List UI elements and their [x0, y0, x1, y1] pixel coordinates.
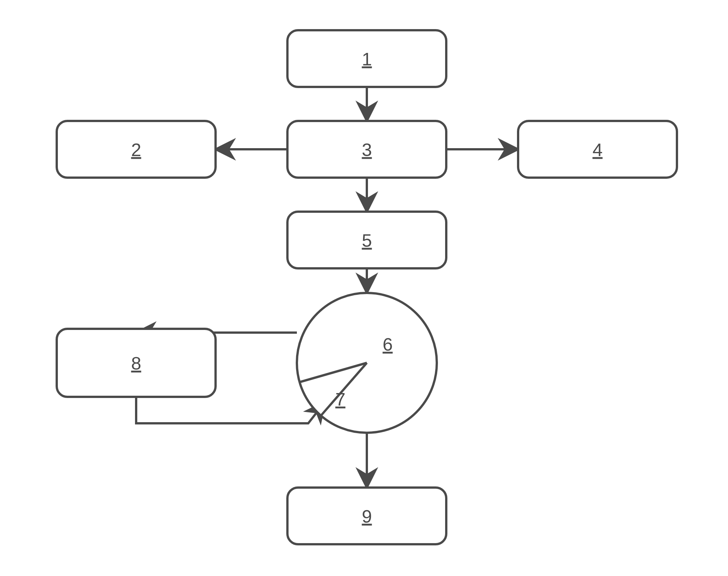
edge-n8-to-n6-wedge — [136, 397, 324, 423]
node-3: 3 — [287, 121, 446, 178]
flowchart-diagram: 123456789 — [0, 0, 728, 576]
node-label-1: 1 — [362, 49, 372, 69]
node-label-5: 5 — [362, 231, 372, 251]
node-5: 5 — [287, 212, 446, 268]
node-7: 7 — [335, 389, 346, 409]
node-1: 1 — [287, 30, 446, 87]
node-label-3: 3 — [362, 140, 372, 160]
node-label-8: 8 — [131, 353, 141, 373]
node-8: 8 — [57, 329, 216, 397]
diagram-svg: 123456789 — [0, 0, 728, 576]
node-4: 4 — [518, 121, 677, 178]
node-9: 9 — [287, 488, 446, 544]
node-label-6: 6 — [383, 334, 393, 355]
node-2: 2 — [57, 121, 216, 178]
node-label-2: 2 — [131, 140, 141, 160]
node-label-9: 9 — [362, 506, 372, 526]
node-label-7: 7 — [335, 389, 346, 409]
node-label-4: 4 — [593, 140, 603, 160]
node-6: 6 — [297, 293, 437, 433]
